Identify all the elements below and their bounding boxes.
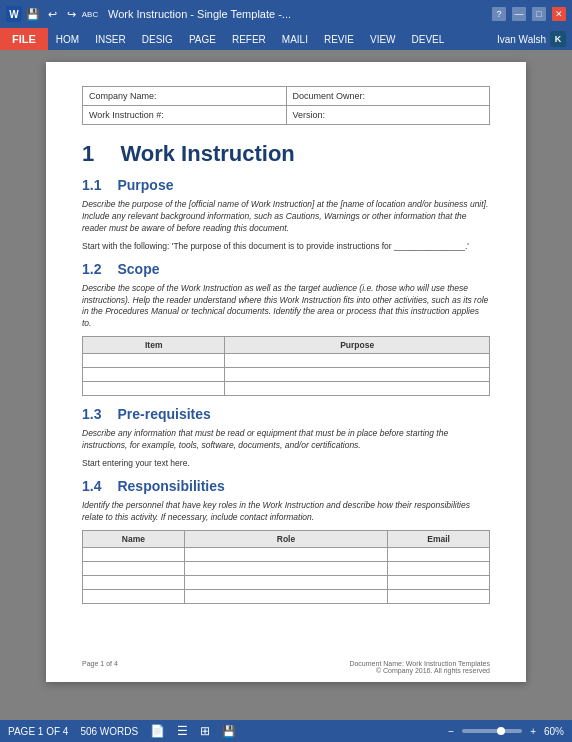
save-icon-tb[interactable]: 💾 [25,6,41,22]
tab-view[interactable]: VIEW [362,28,404,50]
table-row [83,589,490,603]
table-row [83,368,490,382]
maximize-button[interactable]: □ [532,7,546,21]
app-icons: W 💾 ↩ ↪ ABC [6,6,98,22]
file-menu[interactable]: FILE [0,28,48,50]
document-owner-cell: Document Owner: [286,87,490,106]
section-1-num: 1 [82,141,94,166]
minimize-button[interactable]: — [512,7,526,21]
table-row [83,547,490,561]
copyright-footer: © Company 2016. All rights reserved [349,667,490,674]
section-14-title: Responsibilities [117,478,224,494]
scope-table: Item Purpose [82,336,490,396]
page-footer: Page 1 of 4 Document Name: Work Instruct… [82,660,490,674]
section-1-title: Work Instruction [120,141,294,166]
status-right: − + 60% [448,726,564,737]
table-row [83,575,490,589]
table-row [83,561,490,575]
section-12-title: Scope [117,261,159,277]
section-14-num: 1.4 [82,478,101,494]
title-bar-left: W 💾 ↩ ↪ ABC Work Instruction - Single Te… [6,6,291,22]
zoom-level: 60% [544,726,564,737]
grid-icon: ⊞ [200,724,210,738]
section-13-text: Start entering your text here. [82,458,490,468]
main-area: Company Name: Document Owner: Work Instr… [0,50,572,720]
columns-icon: ☰ [177,724,188,738]
scope-col-purpose: Purpose [225,337,490,354]
section-11-title: Purpose [117,177,173,193]
abc-icon-tb[interactable]: ABC [82,6,98,22]
user-info: Ivan Walsh K [491,31,572,47]
word-count-status: 506 WORDS [80,726,138,737]
table-row [83,382,490,396]
status-bar: PAGE 1 OF 4 506 WORDS 📄 ☰ ⊞ 💾 − + 60% [0,720,572,742]
floppy-icon: 💾 [222,725,236,738]
zoom-thumb [497,727,505,735]
ribbon: FILE HOM INSER DESIG PAGE REFER MAILI RE… [0,28,572,50]
tab-review[interactable]: REVIE [316,28,362,50]
tab-design[interactable]: DESIG [134,28,181,50]
section-11-text: Start with the following: 'The purpose o… [82,241,490,251]
responsibilities-table: Name Role Email [82,530,490,604]
section-14-heading: 1.4 Responsibilities [82,478,490,494]
section-11-heading: 1.1 Purpose [82,177,490,193]
window-controls: ? — □ ✕ [492,7,566,21]
resp-col-name: Name [83,530,185,547]
close-button[interactable]: ✕ [552,7,566,21]
resp-col-role: Role [184,530,388,547]
section-12-heading: 1.2 Scope [82,261,490,277]
doc-name-footer: Document Name: Work Instruction Template… [349,660,490,667]
section-12-desc: Describe the scope of the Work Instructi… [82,283,490,331]
section-13-num: 1.3 [82,406,101,422]
section-13-title: Pre-requisites [117,406,210,422]
version-cell: Version: [286,106,490,125]
window-title: Work Instruction - Single Template -... [108,8,291,20]
company-name-cell: Company Name: [83,87,287,106]
tab-mailings[interactable]: MAILI [274,28,316,50]
minus-zoom[interactable]: − [448,726,454,737]
user-name: Ivan Walsh [497,34,546,45]
doc-icon: 📄 [150,724,165,738]
resp-col-email: Email [388,530,490,547]
scope-col-item: Item [83,337,225,354]
undo-icon-tb[interactable]: ↩ [44,6,60,22]
header-table: Company Name: Document Owner: Work Instr… [82,86,490,125]
document-area[interactable]: Company Name: Document Owner: Work Instr… [0,50,572,720]
status-left: PAGE 1 OF 4 506 WORDS 📄 ☰ ⊞ 💾 [8,724,236,738]
section-11-desc: Describe the purpose of the [official na… [82,199,490,235]
tab-insert[interactable]: INSER [87,28,134,50]
section-1-heading: 1 Work Instruction [82,141,490,167]
section-12-num: 1.2 [82,261,101,277]
section-13-heading: 1.3 Pre-requisites [82,406,490,422]
table-row [83,354,490,368]
plus-zoom[interactable]: + [530,726,536,737]
page-number: Page 1 of 4 [82,660,118,674]
title-bar: W 💾 ↩ ↪ ABC Work Instruction - Single Te… [0,0,572,28]
section-13-desc: Describe any information that must be re… [82,428,490,452]
tab-page[interactable]: PAGE [181,28,224,50]
ribbon-tabs: HOM INSER DESIG PAGE REFER MAILI REVIE V… [48,28,452,50]
footer-right: Document Name: Work Instruction Template… [349,660,490,674]
wi-number-cell: Work Instruction #: [83,106,287,125]
user-avatar: K [550,31,566,47]
page-content: Company Name: Document Owner: Work Instr… [46,62,526,682]
section-11-num: 1.1 [82,177,101,193]
tab-references[interactable]: REFER [224,28,274,50]
page-count-status: PAGE 1 OF 4 [8,726,68,737]
section-14-desc: Identify the personnel that have key rol… [82,500,490,524]
tab-developer[interactable]: DEVEL [404,28,453,50]
word-icon: W [6,6,22,22]
help-button[interactable]: ? [492,7,506,21]
zoom-slider[interactable] [462,729,522,733]
tab-home[interactable]: HOM [48,28,87,50]
redo-icon-tb[interactable]: ↪ [63,6,79,22]
